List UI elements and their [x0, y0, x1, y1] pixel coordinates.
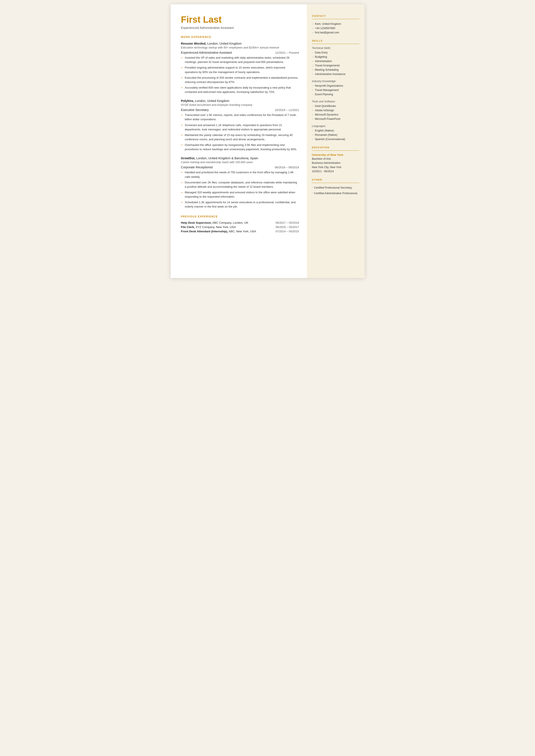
left-column: First Last Experienced Administrative As… — [171, 4, 307, 278]
bullet-item: Provided ongoing administrative support … — [181, 66, 299, 74]
resume-page: First Last Experienced Administrative As… — [171, 4, 365, 278]
skill-item: Microsoft PowerPoint — [312, 117, 359, 121]
tools-label: Tools and Software: — [312, 100, 359, 103]
job-2-header: Executive Secretary 10/2019 – 11/2021 — [181, 108, 299, 112]
contact-item: first.last@gmail.com — [312, 30, 359, 35]
bullet-item: Overhauled the office operation by reorg… — [181, 143, 299, 152]
job-1-title: Experienced Administrative Assistant — [181, 51, 232, 54]
edu-location: New York City, New York — [312, 165, 359, 169]
job-3-bullets: Handled and prioritized the needs of 750… — [181, 170, 299, 209]
edu-school: University of New York — [312, 153, 359, 156]
skill-item: Meeting Scheduling — [312, 68, 359, 72]
job-2: Polyhire, London, United Kingdom NYSE-li… — [181, 99, 299, 152]
bullet-item: Assisted the VP of sales and marketing w… — [181, 56, 299, 64]
contact-list: Kent, United Kingdom +44 1234567890 firs… — [312, 22, 359, 35]
bullet-item: Handled and prioritized the needs of 750… — [181, 170, 299, 179]
bullet-item: Scheduled 1.2K appointments for 14 senio… — [181, 200, 299, 209]
job-2-bullets: Transcribed over 1.5K memos, reports, an… — [181, 113, 299, 152]
contact-title: CONTACT — [312, 14, 359, 17]
skill-item: Administrative Assistance — [312, 72, 359, 76]
other-dot-icon: · — [312, 185, 313, 190]
skill-item: Travel Arrangements — [312, 63, 359, 68]
job-3-header: Corporate Receptionist 06/2018 – 09/2019 — [181, 165, 299, 169]
skills-title: SKILLS — [312, 40, 359, 42]
job-3-title: Corporate Receptionist — [181, 165, 213, 169]
skill-item: Nonprofit Organizations — [312, 84, 359, 88]
job-2-title: Executive Secretary — [181, 108, 209, 112]
languages-list: English (Native) Romanian (Native) Spani… — [312, 128, 359, 141]
other-section: OTHER · Certified Professional Secretary… — [312, 179, 359, 196]
job-1-employer: Resume Worded, London, United Kingdom — [181, 42, 299, 45]
skill-item: Event Planning — [312, 92, 359, 97]
contact-item: Kent, United Kingdom — [312, 22, 359, 26]
previous-experience-section: PREVIOUS EXPERIENCE Help Desk Supervisor… — [181, 215, 299, 233]
right-column: CONTACT Kent, United Kingdom +44 1234567… — [307, 4, 365, 278]
bullet-item: Screened and answered 1.1K telephone cal… — [181, 123, 299, 132]
previous-experience-title: PREVIOUS EXPERIENCE — [181, 215, 299, 218]
languages-label: Languages: — [312, 125, 359, 127]
prev-job-2: File Clerk, XYZ Company, New York, USA 0… — [181, 225, 299, 229]
job-1-dates: 12/2021 – Present — [275, 51, 299, 54]
industry-knowledge-label: Industry Knowledge: — [312, 80, 359, 83]
technical-skills-label: Technical Skills: — [312, 46, 359, 49]
technical-skills-list: Data Entry Budgeting Administration Trav… — [312, 50, 359, 76]
education-section: EDUCATION University of New York Bachelo… — [312, 146, 359, 174]
name: First Last — [181, 14, 299, 25]
edu-degree: Bachelor of Arts — [312, 157, 359, 161]
bullet-item: Accurately verified 600 new client appli… — [181, 86, 299, 94]
skill-item: Budgeting — [312, 55, 359, 59]
bullet-item: Transcribed over 1.5K memos, reports, an… — [181, 113, 299, 122]
job-3: Growthsi, London, United Kingdom & Barce… — [181, 156, 299, 209]
skill-item: Data Entry — [312, 50, 359, 55]
job-1: Resume Worded, London, United Kingdom Ed… — [181, 42, 299, 94]
job-2-desc: NYSE-listed recruitment and employer bra… — [181, 103, 299, 106]
job-3-dates: 06/2018 – 09/2019 — [275, 166, 299, 169]
other-item-text: Certified Administrative Professional. — [314, 191, 358, 195]
contact-item: +44 1234567890 — [312, 26, 359, 30]
other-dot-icon: · — [312, 191, 313, 196]
language-item: Spanish (Conversational) — [312, 137, 359, 141]
prev-job-3: Front Desk Attendant (Internship), ABC, … — [181, 230, 299, 233]
job-3-desc: Career training and membership SaaS with… — [181, 160, 299, 164]
bullet-item: Documented over 2K files, computer datab… — [181, 181, 299, 189]
other-item-2: · Certified Administrative Professional. — [312, 191, 359, 196]
job-2-employer: Polyhire, London, United Kingdom — [181, 99, 299, 103]
job-1-header: Experienced Administrative Assistant 12/… — [181, 51, 299, 54]
bullet-item: Maintained the yearly calendar of 15 top… — [181, 133, 299, 142]
language-item: Romanian (Native) — [312, 133, 359, 137]
job-2-dates: 10/2019 – 11/2021 — [275, 108, 299, 112]
work-experience-section-title: WORK EXPERIENCE — [181, 36, 299, 39]
other-item-text: Certified Professional Secretary. — [314, 185, 352, 190]
skill-item: Travel Management — [312, 88, 359, 92]
skill-item: Intuit QuickBooks — [312, 104, 359, 108]
education-title: EDUCATION — [312, 146, 359, 149]
tools-list: Intuit QuickBooks Adobe InDesign Microso… — [312, 104, 359, 121]
industry-skills-list: Nonprofit Organizations Travel Managemen… — [312, 84, 359, 97]
job-3-employer: Growthsi, London, United Kingdom & Barce… — [181, 156, 299, 160]
language-item: English (Native) — [312, 128, 359, 133]
skill-item: Microsoft Dynamics — [312, 113, 359, 117]
other-title: OTHER — [312, 179, 359, 181]
other-item-1: · Certified Professional Secretary. — [312, 185, 359, 190]
subtitle: Experienced Administrative Assistant — [181, 26, 299, 30]
prev-job-1: Help Desk Supervisor, ABC Company, Londo… — [181, 221, 299, 224]
edu-dates: 10/2011 - 06/2014 — [312, 169, 359, 174]
contact-section: CONTACT Kent, United Kingdom +44 1234567… — [312, 14, 359, 35]
skill-item: Administration — [312, 59, 359, 63]
bullet-item: Managed 320 weekly appointments and ensu… — [181, 190, 299, 199]
skills-section: SKILLS Technical Skills: Data Entry Budg… — [312, 40, 359, 141]
job-1-bullets: Assisted the VP of sales and marketing w… — [181, 56, 299, 94]
job-1-desc: Education technology startup with 50+ em… — [181, 46, 299, 49]
skill-item: Adobe InDesign — [312, 108, 359, 113]
bullet-item: Executed the processing of 204 vendor co… — [181, 76, 299, 84]
edu-field: Business Administration — [312, 161, 359, 165]
